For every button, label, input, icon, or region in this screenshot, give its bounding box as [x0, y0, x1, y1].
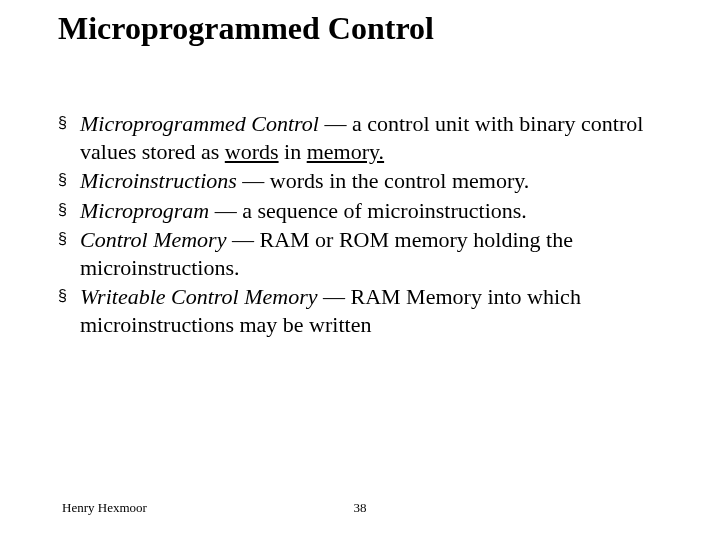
term: Microprogrammed Control — [80, 111, 319, 136]
text-seg: — words in the control memory. — [237, 168, 529, 193]
term: Writeable Control Memory — [80, 284, 318, 309]
page-title: Microprogrammed Control — [58, 10, 434, 47]
term: Control Memory — [80, 227, 226, 252]
list-item-text: Microprogrammed Control — a control unit… — [80, 110, 660, 165]
underline: memory. — [307, 139, 384, 164]
list-item: § Microprogram — a sequence of microinst… — [58, 197, 660, 225]
bullet-icon: § — [58, 167, 80, 193]
slide: Microprogrammed Control § Microprogramme… — [0, 0, 720, 540]
text-seg: — a sequence of microinstructions. — [209, 198, 527, 223]
list-item: § Writeable Control Memory — RAM Memory … — [58, 283, 660, 338]
list-item-text: Control Memory — RAM or ROM memory holdi… — [80, 226, 660, 281]
list-item: § Control Memory — RAM or ROM memory hol… — [58, 226, 660, 281]
list-item-text: Writeable Control Memory — RAM Memory in… — [80, 283, 660, 338]
bullet-list: § Microprogrammed Control — a control un… — [58, 110, 660, 340]
bullet-icon: § — [58, 197, 80, 223]
bullet-icon: § — [58, 283, 80, 309]
footer-page-number: 38 — [0, 500, 720, 516]
list-item: § Microinstructions — words in the contr… — [58, 167, 660, 195]
bullet-icon: § — [58, 226, 80, 252]
bullet-icon: § — [58, 110, 80, 136]
term: Microprogram — [80, 198, 209, 223]
list-item-text: Microinstructions — words in the control… — [80, 167, 660, 195]
text-seg: in — [279, 139, 307, 164]
list-item: § Microprogrammed Control — a control un… — [58, 110, 660, 165]
underline: words — [225, 139, 279, 164]
list-item-text: Microprogram — a sequence of microinstru… — [80, 197, 660, 225]
term: Microinstructions — [80, 168, 237, 193]
